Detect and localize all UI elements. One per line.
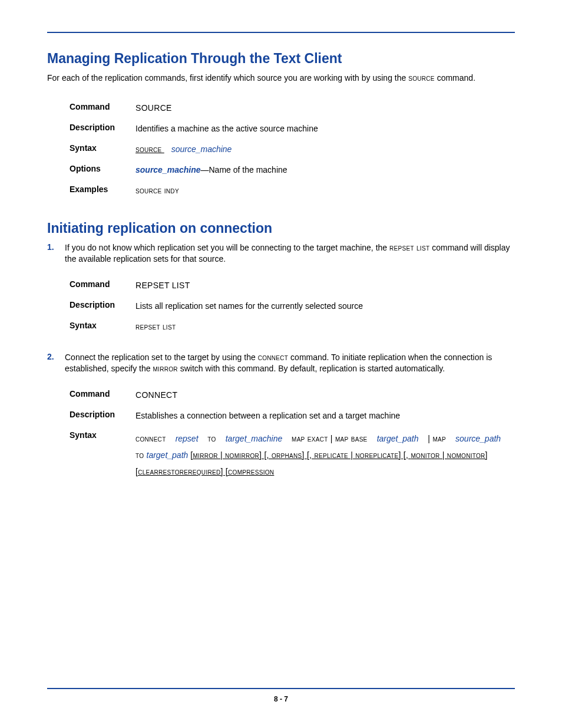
step1-a: If you do not know which replication set…: [65, 243, 389, 252]
step-1-body: If you do not know which replication set…: [65, 242, 515, 265]
step1-cmd: repset list: [389, 243, 429, 252]
row-description: Description Identifies a machine as the …: [70, 123, 515, 135]
section2-title: Initiating replication on connection: [47, 220, 515, 236]
options-param: source_machine: [135, 165, 201, 174]
row-options: Options source_machine—Name of the machi…: [70, 164, 515, 176]
value-examples: source indy: [135, 185, 515, 197]
label-syntax: Syntax: [70, 321, 135, 330]
syn-t2: to: [207, 434, 219, 443]
label-description: Description: [70, 410, 135, 419]
step2-cmd1: connect: [258, 353, 289, 362]
syn-t6: [mirror | nomirror] [, orphans] [, repli…: [190, 450, 411, 460]
step-2-body: Connect the replication set to the targe…: [65, 352, 515, 375]
value-options: source_machine—Name of the machine: [135, 164, 515, 176]
value-command: CONNECT: [135, 389, 515, 401]
section1-intro: For each of the replication commands, fi…: [47, 73, 515, 84]
source-command-ref: Command SOURCE Description Identifies a …: [70, 102, 515, 197]
row-command: Command REPSET LIST: [70, 279, 515, 292]
section1-title: Managing Replication Through the Text Cl…: [47, 51, 515, 67]
intro-cmd: source: [408, 73, 435, 83]
label-examples: Examples: [70, 185, 135, 194]
value-syntax: repset list: [135, 321, 515, 333]
row-syntax: Syntax source source_machine: [70, 143, 515, 156]
syn-p1: repset: [176, 434, 199, 443]
value-syntax: connect repset to target_machine map exa…: [135, 430, 515, 480]
intro-text-a: For each of the replication commands, fi…: [47, 73, 408, 83]
label-command: Command: [70, 389, 135, 398]
syntax-prefix: source: [135, 144, 164, 154]
syn-p3: target_path: [377, 434, 419, 443]
steps: 1. If you do not know which replication …: [47, 242, 515, 480]
step2-c: switch with this command. By default, re…: [178, 364, 445, 373]
syn-t5: to: [135, 450, 147, 460]
syn-p2: target_machine: [226, 434, 283, 443]
label-command: Command: [70, 102, 135, 111]
label-command: Command: [70, 279, 135, 289]
syntax-param: source_machine: [171, 144, 232, 154]
value-syntax: source source_machine: [135, 143, 515, 156]
row-syntax: Syntax connect repset to target_machine …: [70, 430, 515, 480]
repsetlist-command-ref: Command REPSET LIST Description Lists al…: [70, 279, 515, 333]
row-description: Description Lists all replication set na…: [70, 300, 515, 312]
step-2-num: 2.: [47, 352, 65, 361]
label-options: Options: [70, 164, 135, 173]
syn-t3: map exact | map base: [292, 434, 370, 443]
step-2: 2. Connect the replication set to the ta…: [47, 352, 515, 375]
label-description: Description: [70, 300, 135, 309]
page-number: 8 - 7: [0, 695, 562, 703]
row-command: Command CONNECT: [70, 389, 515, 401]
label-syntax: Syntax: [70, 143, 135, 153]
label-description: Description: [70, 123, 135, 132]
value-description: Lists all replication set names for the …: [135, 300, 515, 312]
bottom-rule: [47, 688, 515, 689]
intro-text-b: command.: [435, 73, 475, 83]
step2-cmd2: mirror: [153, 364, 177, 373]
options-text: —Name of the machine: [201, 165, 287, 174]
row-examples: Examples source indy: [70, 185, 515, 197]
step-1: 1. If you do not know which replication …: [47, 242, 515, 265]
connect-command-ref: Command CONNECT Description Establishes …: [70, 389, 515, 480]
top-rule: [47, 32, 515, 33]
page-footer: 8 - 7: [0, 688, 562, 703]
row-syntax: Syntax repset list: [70, 321, 515, 333]
row-description: Description Establishes a connection bet…: [70, 410, 515, 422]
row-command: Command SOURCE: [70, 102, 515, 114]
syn-p5: target_path: [147, 450, 189, 460]
value-description: Establishes a connection between a repli…: [135, 410, 515, 422]
syn-t1: connect: [135, 434, 168, 443]
syn-t4: | map: [428, 434, 448, 443]
value-description: Identifies a machine as the active sourc…: [135, 123, 515, 135]
label-syntax: Syntax: [70, 430, 135, 440]
syn-p4: source_path: [455, 434, 501, 443]
value-command: REPSET LIST: [135, 279, 515, 292]
step-1-num: 1.: [47, 242, 65, 252]
value-command: SOURCE: [135, 102, 515, 114]
step2-a: Connect the replication set to the targe…: [65, 353, 258, 362]
